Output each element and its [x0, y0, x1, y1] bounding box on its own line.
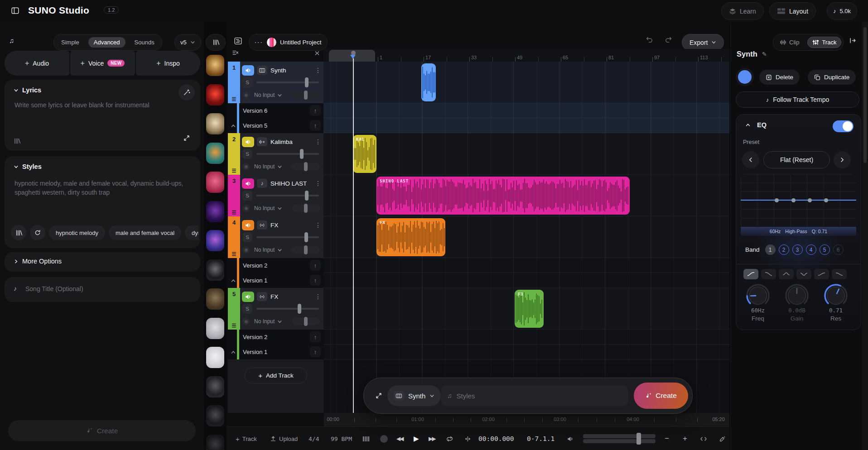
filter-type-low-shelf-icon[interactable]: [814, 269, 829, 279]
drag-handle-icon[interactable]: ☰: [232, 324, 236, 327]
thumbnail-red-lightning[interactable]: [206, 84, 224, 105]
thumbnail-pale-figure[interactable]: [206, 318, 224, 339]
track-header-fx[interactable]: 4☰FX⋮SNo Input: [228, 216, 323, 259]
zoom-fit-button[interactable]: [700, 427, 707, 450]
solo-button[interactable]: S: [242, 191, 252, 201]
thumbnail-vinyl-turntable[interactable]: [206, 259, 224, 281]
undo-icon[interactable]: [646, 37, 653, 43]
knob-freq[interactable]: [745, 283, 771, 310]
solo-button[interactable]: S: [242, 149, 252, 159]
solo-button[interactable]: S: [242, 77, 252, 87]
auto-edit-button[interactable]: [719, 427, 726, 450]
version-row[interactable]: Version 5↑: [228, 118, 323, 134]
clip-shiho-last[interactable]: SHIHO LAST: [376, 177, 630, 215]
volume-slider[interactable]: [256, 308, 319, 310]
styles-input[interactable]: hypnotic melody, male and female vocal, …: [14, 179, 190, 197]
pan-thumb[interactable]: [304, 162, 308, 171]
volume-slider[interactable]: [256, 236, 319, 238]
style-chip[interactable]: male and female vocal: [109, 225, 181, 240]
clip-fx[interactable]: FX: [515, 290, 544, 328]
tap-tempo-icon[interactable]: [363, 427, 369, 450]
eq-enable-toggle[interactable]: [833, 120, 854, 132]
track-color-tab[interactable]: 3☰: [228, 175, 240, 216]
master-volume-icon[interactable]: [567, 427, 574, 450]
tab-sounds[interactable]: Sounds: [129, 37, 160, 48]
thumbnail-dark-texture[interactable]: [206, 405, 224, 426]
create-song-button[interactable]: Create: [8, 420, 196, 441]
collapse-all-tracks-icon[interactable]: [232, 50, 239, 56]
record-button[interactable]: [380, 427, 388, 450]
zoom-out-button[interactable]: −: [665, 427, 669, 450]
input-arm-button[interactable]: [242, 246, 250, 254]
knob-res[interactable]: [823, 283, 849, 310]
mute-button[interactable]: [242, 65, 254, 76]
preset-next-button[interactable]: [834, 151, 851, 168]
promote-version-button[interactable]: ↑: [310, 105, 321, 116]
piano-roll-icon[interactable]: [234, 37, 242, 45]
track-header-kalimba[interactable]: 2☰Kalimba⋮SNo Input: [228, 133, 323, 175]
eq-band-button-6[interactable]: 6: [833, 244, 844, 255]
promote-version-button[interactable]: ↑: [310, 275, 321, 286]
input-select[interactable]: No Input: [254, 163, 282, 170]
collapse-panel-icon[interactable]: [849, 38, 856, 43]
version-row[interactable]: Version 2↑: [228, 330, 323, 345]
tab-advanced[interactable]: Advanced: [88, 37, 125, 48]
input-select[interactable]: No Input: [254, 318, 282, 325]
volume-slider[interactable]: [256, 195, 319, 196]
track-name[interactable]: SHIHO LAST: [270, 180, 307, 187]
mute-button[interactable]: [242, 137, 254, 147]
style-chip[interactable]: hypnotic melody: [49, 225, 105, 240]
solo-button[interactable]: S: [242, 232, 252, 242]
pan-thumb[interactable]: [304, 204, 308, 213]
bar-ruler[interactable]: 1173349658197113: [323, 49, 729, 62]
volume-thumb[interactable]: [304, 232, 308, 242]
track-menu-icon[interactable]: ⋮: [315, 138, 321, 145]
thumbnail-dark-bottom[interactable]: [206, 435, 224, 450]
timeline-row-version[interactable]: [323, 103, 729, 118]
track-menu-icon[interactable]: ⋮: [315, 67, 321, 74]
library-icon[interactable]: [14, 138, 20, 144]
style-chip[interactable]: dynamic build-ups: [185, 225, 198, 240]
volume-thumb[interactable]: [305, 77, 309, 87]
pan-thumb[interactable]: [304, 91, 308, 100]
promote-version-button[interactable]: ↑: [310, 346, 321, 357]
zoom-in-button[interactable]: +: [683, 427, 687, 450]
volume-thumb[interactable]: [305, 191, 309, 201]
add-audio-button[interactable]: + Audio: [5, 51, 69, 76]
add-track-button[interactable]: + Add Track: [245, 368, 307, 383]
mute-button[interactable]: [242, 292, 254, 302]
drag-handle-icon[interactable]: ☰: [232, 211, 236, 214]
filter-type-high-shelf-icon[interactable]: [832, 269, 847, 279]
mute-button[interactable]: [242, 220, 254, 230]
eq-header[interactable]: EQ: [745, 121, 767, 129]
input-arm-button[interactable]: [242, 91, 250, 99]
track-menu-icon[interactable]: ⋮: [315, 180, 321, 187]
track-name[interactable]: Synth: [270, 67, 286, 74]
delete-track-button[interactable]: Delete: [759, 70, 800, 85]
timeline-row-version[interactable]: [323, 273, 729, 288]
time-ruler[interactable]: 00:0001:0002:0003:0004:0005:20: [324, 413, 729, 426]
volume-slider[interactable]: [256, 81, 319, 83]
filter-type-lowpass-icon[interactable]: [761, 269, 776, 279]
input-select[interactable]: No Input: [254, 205, 282, 211]
fast-forward-button[interactable]: ▶▶: [429, 427, 435, 450]
collapse-versions-icon[interactable]: [231, 278, 236, 285]
model-select[interactable]: v5: [174, 34, 201, 51]
input-arm-button[interactable]: [242, 318, 250, 325]
toggle-clip[interactable]: Clip: [775, 39, 804, 46]
pan-thumb[interactable]: [304, 245, 308, 254]
volume-thumb[interactable]: [637, 433, 641, 445]
track-menu-icon[interactable]: ⋮: [315, 221, 321, 229]
thumbnail-teal-moon-stage[interactable]: [206, 143, 224, 164]
timeline-row-track-1[interactable]: [323, 62, 729, 103]
upload-button[interactable]: Upload: [270, 427, 298, 450]
timeline-row-version[interactable]: [323, 330, 729, 345]
pan-thumb[interactable]: [304, 317, 308, 326]
follow-playhead-button[interactable]: [464, 427, 471, 450]
thumbnail-white-abstract[interactable]: [206, 347, 224, 368]
time-signature[interactable]: 4/4: [309, 427, 319, 450]
solo-button[interactable]: S: [242, 304, 252, 314]
filter-type-highpass-icon[interactable]: [743, 269, 758, 279]
eq-band-button-5[interactable]: 5: [820, 244, 830, 255]
shrink-track-panel-icon[interactable]: [314, 51, 320, 56]
